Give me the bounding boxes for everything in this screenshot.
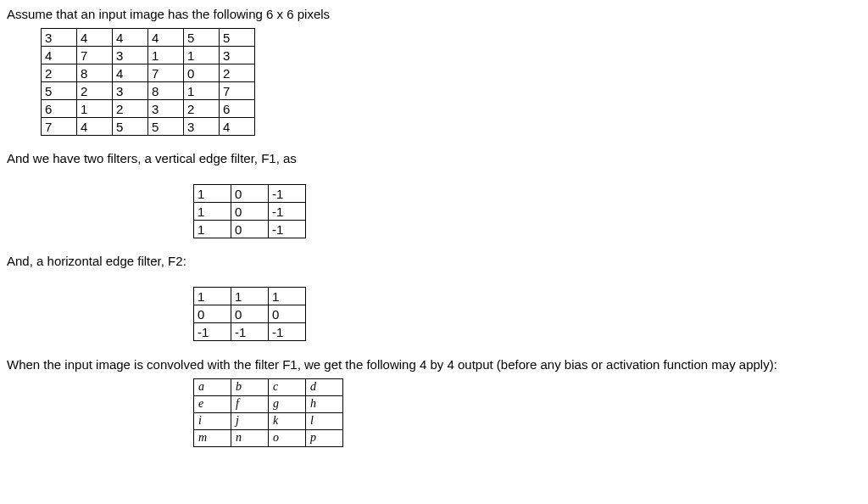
- table-row: m n o p: [194, 429, 343, 446]
- pixel-cell: 2: [113, 100, 148, 118]
- pixel-cell: 3: [184, 118, 220, 136]
- pixel-cell: 3: [148, 100, 184, 118]
- pixel-cell: 2: [77, 82, 113, 100]
- filter1-text: And we have two filters, a vertical edge…: [7, 151, 868, 165]
- output-cell: f: [231, 395, 269, 412]
- pixel-cell: 5: [113, 118, 148, 136]
- filter-cell: 0: [231, 305, 269, 323]
- output-cell: a: [194, 378, 231, 395]
- pixel-cell: 7: [220, 82, 255, 100]
- filter-cell: -1: [269, 185, 306, 203]
- filter-cell: -1: [194, 323, 231, 341]
- filter2-table: 1 1 1 0 0 0 -1 -1 -1: [193, 287, 306, 341]
- pixel-cell: 4: [113, 64, 148, 82]
- filter-cell: 1: [194, 221, 231, 238]
- table-row: e f g h: [194, 395, 343, 412]
- filter-cell: -1: [269, 203, 306, 221]
- pixel-cell: 5: [184, 29, 220, 47]
- table-row: 2 8 4 7 0 2: [42, 64, 255, 82]
- pixel-cell: 3: [220, 47, 255, 64]
- table-row: -1 -1 -1: [194, 323, 306, 341]
- output-cell: p: [306, 429, 343, 446]
- filter-cell: 1: [194, 288, 231, 305]
- table-row: 4 7 3 1 1 3: [42, 47, 255, 64]
- pixel-cell: 1: [148, 47, 184, 64]
- pixel-cell: 6: [220, 100, 255, 118]
- output-cell: j: [231, 412, 269, 429]
- table-row: i j k l: [194, 412, 343, 429]
- output-cell: l: [306, 412, 343, 429]
- output-table: a b c d e f g h i j k l m n o p: [193, 378, 343, 447]
- filter-cell: 0: [269, 305, 306, 323]
- pixel-cell: 6: [42, 100, 77, 118]
- table-row: 0 0 0: [194, 305, 306, 323]
- pixel-cell: 7: [42, 118, 77, 136]
- output-cell: k: [269, 412, 306, 429]
- filter-cell: -1: [269, 221, 306, 238]
- pixel-cell: 4: [113, 29, 148, 47]
- output-text: When the input image is convolved with t…: [7, 356, 868, 373]
- table-row: 1 0 -1: [194, 185, 306, 203]
- filter-cell: 0: [194, 305, 231, 323]
- table-row: 1 0 -1: [194, 221, 306, 238]
- output-cell: g: [269, 395, 306, 412]
- output-cell: n: [231, 429, 269, 446]
- pixel-cell: 3: [42, 29, 77, 47]
- pixel-cell: 2: [220, 64, 255, 82]
- table-row: a b c d: [194, 378, 343, 395]
- table-row: 3 4 4 4 5 5: [42, 29, 255, 47]
- table-row: 5 2 3 8 1 7: [42, 82, 255, 100]
- output-cell: m: [194, 429, 231, 446]
- intro-text: Assume that an input image has the follo…: [7, 7, 868, 21]
- pixel-cell: 5: [220, 29, 255, 47]
- filter-cell: 1: [269, 288, 306, 305]
- pixel-cell: 3: [113, 82, 148, 100]
- input-image-table: 3 4 4 4 5 5 4 7 3 1 1 3 2 8 4 7 0 2 5 2 …: [41, 28, 255, 136]
- pixel-cell: 8: [148, 82, 184, 100]
- pixel-cell: 7: [148, 64, 184, 82]
- filter-cell: 0: [231, 221, 269, 238]
- filter-cell: -1: [269, 323, 306, 341]
- table-row: 7 4 5 5 3 4: [42, 118, 255, 136]
- pixel-cell: 3: [113, 47, 148, 64]
- pixel-cell: 5: [42, 82, 77, 100]
- table-row: 1 0 -1: [194, 203, 306, 221]
- pixel-cell: 1: [77, 100, 113, 118]
- table-row: 1 1 1: [194, 288, 306, 305]
- filter-cell: 1: [194, 203, 231, 221]
- filter2-text: And, a horizontal edge filter, F2:: [7, 254, 868, 268]
- filter-cell: 1: [231, 288, 269, 305]
- pixel-cell: 4: [77, 29, 113, 47]
- output-cell: i: [194, 412, 231, 429]
- pixel-cell: 4: [42, 47, 77, 64]
- output-cell: c: [269, 378, 306, 395]
- pixel-cell: 2: [184, 100, 220, 118]
- output-cell: b: [231, 378, 269, 395]
- table-row: 6 1 2 3 2 6: [42, 100, 255, 118]
- output-cell: o: [269, 429, 306, 446]
- output-cell: h: [306, 395, 343, 412]
- filter-cell: -1: [231, 323, 269, 341]
- pixel-cell: 4: [148, 29, 184, 47]
- pixel-cell: 0: [184, 64, 220, 82]
- pixel-cell: 1: [184, 82, 220, 100]
- pixel-cell: 4: [220, 118, 255, 136]
- filter-cell: 1: [194, 185, 231, 203]
- filter-cell: 0: [231, 203, 269, 221]
- filter-cell: 0: [231, 185, 269, 203]
- pixel-cell: 1: [184, 47, 220, 64]
- pixel-cell: 4: [77, 118, 113, 136]
- pixel-cell: 2: [42, 64, 77, 82]
- output-cell: e: [194, 395, 231, 412]
- pixel-cell: 8: [77, 64, 113, 82]
- pixel-cell: 5: [148, 118, 184, 136]
- filter1-table: 1 0 -1 1 0 -1 1 0 -1: [193, 184, 306, 238]
- pixel-cell: 7: [77, 47, 113, 64]
- output-cell: d: [306, 378, 343, 395]
